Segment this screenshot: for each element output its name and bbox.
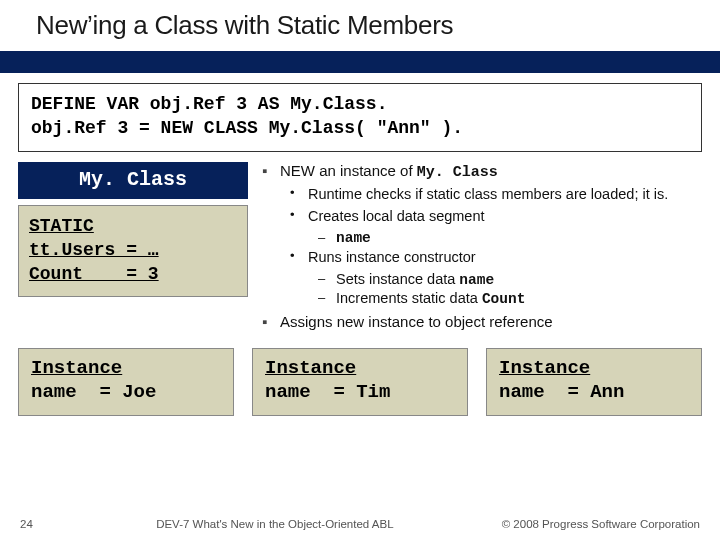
sub-sets-instance: – Sets instance data name: [318, 271, 702, 288]
sub-sets-text: Sets instance data name: [336, 271, 702, 288]
instance-line: name = Joe: [31, 381, 156, 403]
code-block: DEFINE VAR obj.Ref 3 AS My.Class. obj.Re…: [18, 83, 702, 152]
dash-bullet-icon: –: [318, 290, 336, 307]
square-bullet-icon: ▪: [262, 162, 280, 181]
sets-prefix: Sets instance data: [336, 271, 459, 287]
title-underline: [0, 51, 720, 73]
static-members-box: STATIC tt.Users = … Count = 3: [18, 205, 248, 298]
sub-name-var: – name: [318, 230, 702, 246]
sets-code: name: [459, 272, 494, 288]
instance-line: name = Ann: [499, 381, 624, 403]
dot-bullet-icon: •: [290, 185, 308, 204]
static-users-line: tt.Users = …: [29, 240, 159, 260]
slide: New’ing a Class with Static Members DEFI…: [0, 0, 720, 540]
dot-bullet-icon: •: [290, 207, 308, 226]
class-name-label: My. Class: [18, 162, 248, 199]
sub-incr-text: Increments static data Count: [336, 290, 702, 307]
sub-constructor-text: Runs instance constructor: [308, 248, 702, 267]
page-number: 24: [20, 518, 48, 530]
instance-heading: Instance: [499, 357, 590, 379]
left-column: My. Class STATIC tt.Users = … Count = 3: [18, 162, 248, 335]
instance-line: name = Tim: [265, 381, 390, 403]
footer: 24 DEV-7 What's New in the Object-Orient…: [0, 518, 720, 530]
instance-heading: Instance: [265, 357, 356, 379]
new-class-name: My. Class: [417, 164, 498, 181]
new-prefix: NEW an instance of: [280, 162, 417, 179]
sub-create-text: Creates local data segment: [308, 207, 702, 226]
sub-create-segment: • Creates local data segment: [290, 207, 702, 226]
dot-bullet-icon: •: [290, 248, 308, 267]
static-heading: STATIC: [29, 216, 94, 236]
sub-runtime-text: Runtime checks if static class members a…: [308, 185, 702, 204]
footer-left: DEV-7 What's New in the Object-Oriented …: [156, 518, 393, 530]
sub-increments: – Increments static data Count: [318, 290, 702, 307]
instance-box: Instance name = Joe: [18, 348, 234, 416]
bullet-new: ▪ NEW an instance of My. Class: [262, 162, 702, 181]
square-bullet-icon: ▪: [262, 313, 280, 330]
sub-name-code: name: [336, 230, 702, 246]
sub-runtime-check: • Runtime checks if static class members…: [290, 185, 702, 204]
code-line-2: obj.Ref 3 = NEW CLASS My.Class( "Ann" ).: [31, 116, 689, 140]
instance-heading: Instance: [31, 357, 122, 379]
bullet-assign: ▪ Assigns new instance to object referen…: [262, 313, 702, 330]
incr-prefix: Increments static data: [336, 290, 482, 306]
instance-box: Instance name = Ann: [486, 348, 702, 416]
code-line-1: DEFINE VAR obj.Ref 3 AS My.Class.: [31, 92, 689, 116]
incr-code: Count: [482, 291, 526, 307]
bullet-assign-text: Assigns new instance to object reference: [280, 313, 702, 330]
bullet-new-text: NEW an instance of My. Class: [280, 162, 702, 181]
content-row: My. Class STATIC tt.Users = … Count = 3 …: [18, 162, 702, 335]
dash-bullet-icon: –: [318, 271, 336, 288]
static-count-line: Count = 3: [29, 264, 159, 284]
footer-right: © 2008 Progress Software Corporation: [502, 518, 700, 530]
dash-bullet-icon: –: [318, 230, 336, 246]
instance-box: Instance name = Tim: [252, 348, 468, 416]
right-column: ▪ NEW an instance of My. Class • Runtime…: [262, 162, 702, 335]
sub-constructor: • Runs instance constructor: [290, 248, 702, 267]
title-area: New’ing a Class with Static Members: [0, 0, 720, 45]
instance-row: Instance name = Joe Instance name = Tim …: [18, 348, 702, 416]
slide-title: New’ing a Class with Static Members: [36, 10, 696, 41]
